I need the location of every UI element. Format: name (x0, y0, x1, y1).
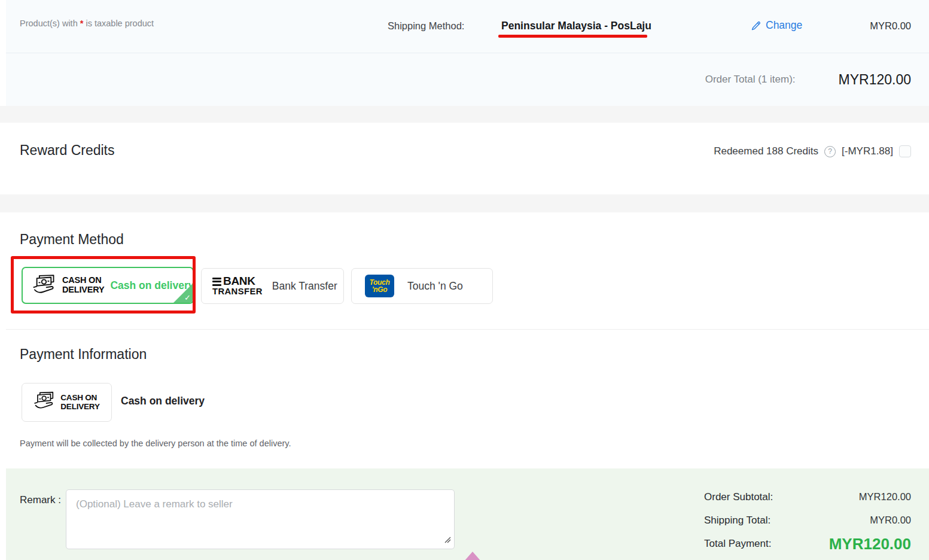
tng-logo-line2: 'nGo (372, 286, 388, 293)
selected-payment-card: CASH ON DELIVERY (22, 383, 112, 422)
textarea-resize-icon[interactable] (444, 535, 451, 546)
bank-logo-line1: BANK (223, 276, 255, 287)
cod-logo-line2: DELIVERY (60, 403, 99, 412)
remark-box (66, 489, 455, 549)
pencil-icon (751, 20, 762, 31)
bank-lines-icon (212, 278, 221, 286)
redeem-credits-label: Redeemed 188 Credits (714, 145, 818, 157)
payment-option-label: Bank Transfer (272, 280, 337, 293)
bank-logo-line2: TRANSFER (212, 287, 263, 296)
subtotal-value: MYR120.00 (859, 491, 911, 503)
shipping-method-label: Shipping Method: (388, 20, 464, 32)
redeem-credits-checkbox[interactable] (899, 145, 911, 157)
annotation-highlight-box (11, 256, 196, 314)
change-shipping-button[interactable]: Change (751, 19, 802, 32)
selected-payment-label: Cash on delivery (121, 395, 205, 407)
cod-logo-line1: CASH ON (60, 394, 99, 403)
cod-hand-money-icon (33, 391, 57, 415)
order-total-row: Order Total (1 item): MYR120.00 (6, 53, 929, 106)
payment-information-title: Payment Information (20, 346, 147, 363)
cod-logo-text: CASH ON DELIVERY (60, 394, 99, 411)
checkout-page: Product(s) with * is taxable product Shi… (0, 0, 929, 560)
payment-option-bank-transfer[interactable]: BANK TRANSFER Bank Transfer (201, 268, 344, 304)
payment-section: Payment Method CASH ON DELIVERY (6, 212, 929, 468)
taxable-note-prefix: Product(s) with (20, 19, 80, 28)
taxable-note-suffix: is taxable product (83, 19, 154, 28)
section-gap (0, 106, 929, 123)
total-payment-value: MYR120.00 (829, 536, 911, 552)
payment-option-touch-n-go[interactable]: Touch 'nGo Touch 'n Go (351, 268, 493, 304)
taxable-note: Product(s) with * is taxable product (20, 19, 154, 28)
order-summary-footer: Remark : Order Subtotal: MYR120.00 Shipp… (6, 468, 929, 560)
shipping-total-row: Shipping Total: MYR0.00 (704, 509, 911, 532)
section-divider (6, 329, 929, 330)
shipping-fee: MYR0.00 (870, 20, 911, 32)
question-circle-icon[interactable]: ? (824, 146, 836, 157)
touch-n-go-logo: Touch 'nGo (365, 275, 394, 297)
shipping-total-value: MYR0.00 (870, 515, 911, 526)
bank-transfer-logo: BANK TRANSFER (212, 276, 263, 296)
annotation-underline (498, 35, 647, 38)
reward-redeem-row: Redeemed 188 Credits ? [-MYR1.88] (714, 145, 911, 157)
totals-block: Order Subtotal: MYR120.00 Shipping Total… (704, 485, 911, 555)
reward-credits-title: Reward Credits (20, 142, 115, 159)
order-total-value: MYR120.00 (839, 72, 911, 88)
remark-label: Remark : (20, 494, 61, 506)
shipping-method-row: Product(s) with * is taxable product Shi… (6, 0, 929, 53)
order-total-label: Order Total (1 item): (705, 74, 796, 86)
payment-note: Payment will be collected by the deliver… (20, 439, 291, 448)
subtotal-label: Order Subtotal: (704, 491, 773, 503)
total-payment-label: Total Payment: (704, 538, 771, 550)
shipping-total-label: Shipping Total: (704, 515, 770, 526)
reward-credits-section: Reward Credits Redeemed 188 Credits ? [-… (6, 123, 929, 194)
redeem-discount-value: [-MYR1.88] (842, 145, 893, 157)
shipping-method-value: Peninsular Malaysia - PosLaju (501, 20, 651, 32)
subtotal-row: Order Subtotal: MYR120.00 (704, 485, 911, 509)
change-label: Change (766, 19, 802, 32)
shipping-summary-bar: Product(s) with * is taxable product Shi… (6, 0, 929, 106)
total-payment-row: Total Payment: MYR120.00 (704, 532, 911, 555)
remark-input[interactable] (66, 489, 455, 549)
section-gap (0, 194, 929, 212)
payment-option-label: Touch 'n Go (407, 280, 463, 293)
payment-method-title: Payment Method (20, 232, 124, 248)
up-arrow-icon[interactable] (464, 552, 482, 560)
